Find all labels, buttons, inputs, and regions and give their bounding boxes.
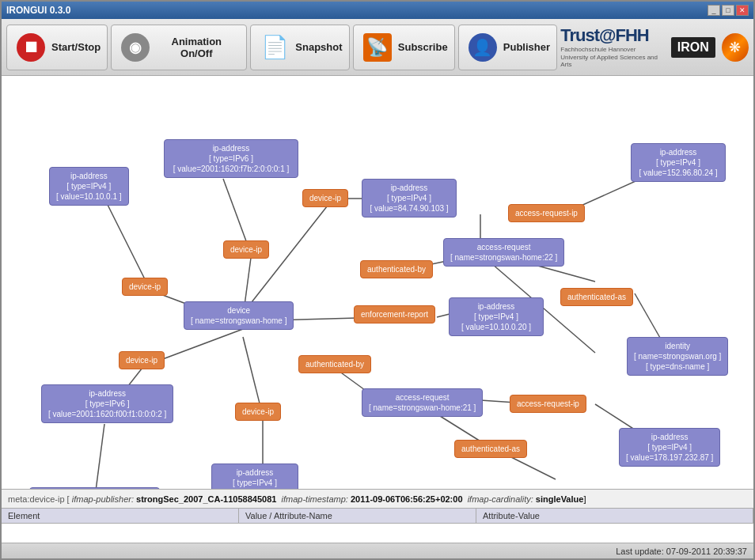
timestamp-value: 2011-09-06T06:56:25+02:00 (351, 494, 463, 504)
ip-node-6[interactable]: ip-address[ type=IPv6 ][ value=2001:1620… (41, 384, 173, 423)
last-update-value: 07-09-2011 20:39:37 (666, 547, 747, 556)
identity-1[interactable]: identity[ name=strongswan.org ][ type=dn… (627, 337, 728, 376)
maximize-button[interactable]: □ (722, 5, 734, 16)
window-title: IRONGUI 0.3.0 (6, 5, 70, 16)
authenticated-by-1[interactable]: authenticated-by (360, 260, 433, 278)
swirl-icon: ❋ (722, 33, 749, 62)
canvas-area[interactable]: device[ name=strongswan-home ] ip-addres… (2, 76, 753, 489)
trust-logo: Trust@FHH Fachhochschule Hannover Univer… (560, 25, 749, 69)
publisher-label: ifmap-publisher: (72, 494, 134, 504)
table-col-value: Value / Attribute-Name (239, 509, 476, 523)
subscribe-icon: 📡 (363, 33, 392, 62)
authenticated-as-2[interactable]: authenticated-as (454, 440, 527, 458)
access-request-1[interactable]: access-request[ name=strongswan-home:22 … (443, 238, 564, 267)
ip-node-1[interactable]: ip-address[ type=IPv4 ][ value=10.10.0.1… (49, 167, 129, 206)
device-ip-3[interactable]: device-ip (302, 189, 348, 207)
snapshot-button[interactable]: 📄 Snapshot (250, 25, 349, 70)
trust-sub1: Fachhochschule Hannover (560, 46, 665, 54)
ip-node-8[interactable]: ip-address[ type=IPv6 ][ value=2001:1620… (29, 487, 160, 489)
ip-node-3[interactable]: ip-address[ type=IPv4 ][ value=84.74.90.… (362, 179, 457, 218)
minimize-button[interactable]: _ (708, 5, 720, 16)
trust-text: Trust@FHH (560, 25, 665, 46)
publisher-value: strongSec_2007_CA-11058845081 (136, 494, 276, 504)
window-controls: _ □ ✕ (708, 5, 749, 16)
titlebar: IRONGUI 0.3.0 _ □ ✕ (2, 2, 753, 19)
cardinality-value: singleValue (536, 494, 584, 504)
connection-lines (2, 76, 753, 489)
table-body (2, 524, 753, 543)
authenticated-by-2[interactable]: authenticated-by (298, 355, 371, 373)
status-bar: Last update: 07-09-2011 20:39:37 (2, 543, 753, 558)
cardinality-label: ifmap-cardinality: (468, 494, 533, 504)
toolbar: ⏹ Start/Stop ◉ Animation On/Off 📄 Snapsh… (2, 19, 753, 76)
start-stop-icon: ⏹ (17, 33, 45, 62)
ip-node-4[interactable]: ip-address[ type=IPv4 ][ value=152.96.80… (631, 143, 726, 182)
publisher-icon: 👤 (469, 33, 497, 62)
close-button[interactable]: ✕ (736, 5, 749, 16)
device-ip-2[interactable]: device-ip (223, 240, 269, 259)
last-update-label: Last update: (616, 547, 664, 556)
enforcement-report-node[interactable]: enforcement-report (354, 305, 435, 324)
svg-line-6 (104, 199, 148, 286)
suffix: ] (583, 494, 586, 504)
table-header: Element Value / Attribute-Name Attribute… (2, 508, 753, 524)
device-center-node[interactable]: device[ name=strongswan-home ] (184, 301, 294, 330)
trust-sub2: University of Applied Sciences and Arts (560, 54, 665, 69)
animation-icon: ◉ (121, 33, 150, 62)
publisher-button[interactable]: 👤 Publisher (458, 25, 557, 70)
ip-node-7[interactable]: ip-address[ type=IPv4 ][ value=10.10.1.1… (211, 464, 298, 489)
meta-prefix: meta:device-ip [ (8, 494, 70, 504)
authenticated-as-1[interactable]: authenticated-as (560, 288, 633, 306)
device-ip-4[interactable]: device-ip (119, 351, 165, 369)
start-stop-button[interactable]: ⏹ Start/Stop (6, 25, 108, 70)
ip-node-5[interactable]: ip-address[ type=IPv4 ][ value=10.10.0.2… (449, 297, 544, 336)
device-ip-5[interactable]: device-ip (235, 403, 281, 421)
ip-node-2[interactable]: ip-address[ type=IPv6 ][ value=2001:1620… (164, 139, 298, 178)
access-request-2[interactable]: access-request[ name=strongswan-home:21 … (362, 388, 483, 417)
table-col-element: Element (2, 509, 239, 523)
ip-node-9[interactable]: ip-address[ type=IPv4 ][ value=178.197.2… (619, 428, 720, 467)
svg-line-11 (93, 424, 104, 489)
table-col-attribute: Attribute-Value (476, 509, 753, 523)
bottom-info-bar: meta:device-ip [ ifmap-publisher: strong… (2, 489, 753, 508)
main-window: IRONGUI 0.3.0 _ □ ✕ ⏹ Start/Stop ◉ Anima… (0, 0, 755, 560)
timestamp-label: ifmap-timestamp: (282, 494, 348, 504)
snapshot-icon: 📄 (260, 33, 289, 62)
animation-button[interactable]: ◉ Animation On/Off (111, 25, 247, 70)
access-request-ip-2[interactable]: access-request-ip (510, 395, 586, 413)
access-request-ip-1[interactable]: access-request-ip (508, 204, 585, 222)
subscribe-button[interactable]: 📡 Subscribe (353, 25, 455, 70)
iron-badge: IRON (671, 37, 715, 58)
device-ip-1[interactable]: device-ip (122, 278, 168, 296)
